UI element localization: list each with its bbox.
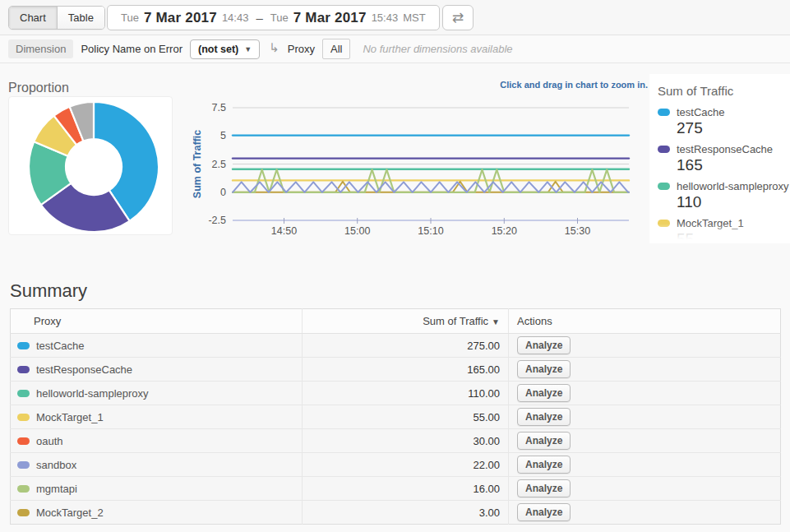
table-row: testCache 275.00 Analyze	[11, 334, 781, 358]
date-range-picker[interactable]: Tue 7 Mar 2017 14:43 – Tue 7 Mar 2017 15…	[107, 5, 440, 30]
tab-chart[interactable]: Chart	[9, 7, 57, 29]
traffic-value: 16.00	[303, 477, 509, 501]
traffic-value: 110.00	[303, 382, 509, 405]
traffic-value: 275.00	[303, 334, 509, 358]
series-color-swatch	[17, 390, 30, 397]
column-header-actions: Actions	[509, 309, 781, 334]
legend-item[interactable]: MockTarget_1 55	[658, 217, 790, 243]
dimension-label: Dimension	[8, 39, 73, 58]
y-tick-label: 2.5	[212, 159, 226, 170]
table-row: helloworld-sampleproxy 110.00 Analyze	[11, 382, 781, 405]
traffic-value: 3.00	[303, 501, 509, 525]
legend-item[interactable]: testResponseCache 165	[658, 143, 790, 174]
x-tick-label: 15:10	[418, 225, 443, 237]
analyze-button[interactable]: Analyze	[517, 503, 571, 521]
analyze-button[interactable]: Analyze	[517, 360, 571, 378]
analyze-button[interactable]: Analyze	[517, 479, 571, 497]
topbar: Chart Table Tue 7 Mar 2017 14:43 – Tue 7…	[0, 0, 790, 35]
proxy-name: testCache	[36, 340, 85, 352]
y-tick-label: 7.5	[212, 102, 226, 113]
series-name: testCache	[677, 106, 725, 118]
analyze-button[interactable]: Analyze	[517, 384, 571, 402]
table-row: testResponseCache 165.00 Analyze	[11, 358, 781, 382]
traffic-value: 30.00	[303, 429, 509, 453]
series-color-swatch	[17, 509, 30, 516]
proxy-name: helloworld-sampleproxy	[36, 387, 149, 400]
column-header-proxy[interactable]: Proxy	[11, 309, 303, 334]
tab-table[interactable]: Table	[57, 7, 104, 29]
table-row: MockTarget_1 55.00 Analyze	[11, 405, 781, 429]
view-toggle: Chart Table	[8, 6, 105, 30]
dimension-value-dropdown[interactable]: (not set) ▼	[190, 39, 260, 59]
proxy-name: MockTarget_2	[36, 507, 104, 519]
x-tick-label: 15:20	[492, 225, 517, 237]
date-separator: –	[253, 11, 265, 25]
series-value: 275	[677, 119, 790, 137]
start-date: 7 Mar 2017	[144, 10, 217, 26]
refresh-icon: ⇄	[452, 11, 464, 25]
proxy-name: sandbox	[36, 459, 76, 471]
drilldown-arrow-icon: ↳	[269, 40, 280, 55]
y-tick-label: -2.5	[208, 215, 226, 226]
proxy-name: oauth	[36, 435, 63, 447]
analyze-button[interactable]: Analyze	[517, 456, 571, 474]
proxy-name: mgmtapi	[36, 483, 77, 495]
series-name: helloworld-sampleproxy	[677, 180, 789, 192]
analyze-button[interactable]: Analyze	[517, 432, 571, 450]
y-tick-label: 0	[220, 187, 226, 198]
sort-desc-icon: ▼	[492, 317, 500, 326]
legend-item[interactable]: helloworld-sampleproxy 110	[658, 180, 790, 211]
traffic-value: 22.00	[303, 453, 509, 477]
end-time: 15:43	[372, 12, 399, 24]
table-row: mgmtapi 16.00 Analyze	[11, 477, 781, 501]
series-color-swatch	[658, 220, 670, 227]
series-color-swatch	[17, 437, 30, 445]
table-row: oauth 30.00 Analyze	[11, 429, 781, 453]
x-tick-label: 15:30	[565, 225, 590, 237]
timezone: MST	[403, 12, 425, 24]
series-color-swatch	[658, 109, 670, 116]
end-date: 7 Mar 2017	[293, 10, 367, 26]
series-color-swatch	[17, 414, 30, 421]
analyze-button[interactable]: Analyze	[517, 408, 571, 426]
start-day: Tue	[121, 12, 139, 24]
x-tick-label: 14:50	[271, 225, 297, 237]
series-value: 55	[677, 230, 790, 243]
series-line	[233, 182, 629, 192]
proxy-label: Proxy	[288, 43, 315, 55]
series-color-swatch	[17, 461, 30, 469]
y-axis-label: Sum of Traffic	[192, 130, 203, 198]
refresh-button[interactable]: ⇄	[442, 5, 474, 30]
traffic-line-chart[interactable]: 7.552.50-2.514:5015:0015:1015:2015:30Sum…	[189, 99, 637, 243]
end-day: Tue	[270, 12, 289, 24]
series-color-swatch	[17, 366, 30, 373]
series-name: testResponseCache	[677, 143, 773, 155]
column-header-traffic[interactable]: Sum of Traffic▼	[303, 309, 509, 334]
legend-title: Sum of Traffic	[658, 84, 790, 98]
proxy-name: MockTarget_1	[36, 411, 104, 423]
analyze-button[interactable]: Analyze	[517, 336, 571, 354]
proportion-title: Proportion	[8, 81, 69, 95]
y-tick-label: 5	[220, 130, 226, 141]
table-row: sandbox 22.00 Analyze	[11, 453, 781, 477]
table-row: MockTarget_2 3.00 Analyze	[11, 501, 781, 525]
zoom-hint: Click and drag in chart to zoom in.	[427, 80, 648, 90]
chevron-down-icon: ▼	[244, 45, 252, 53]
proportion-donut-chart[interactable]	[9, 97, 172, 234]
proxy-filter-button[interactable]: All	[322, 39, 350, 59]
table-header-row: Proxy Sum of Traffic▼ Actions	[11, 309, 781, 334]
x-tick-label: 15:00	[344, 225, 370, 237]
legend-panel: Sum of Traffic testCache 275 testRespons…	[649, 74, 790, 243]
legend-item[interactable]: testCache 275	[658, 106, 790, 137]
proportion-card	[8, 96, 173, 235]
proxy-name: testResponseCache	[36, 363, 132, 376]
traffic-value: 165.00	[303, 358, 509, 382]
dimension-bar: Dimension Policy Name on Error (not set)…	[0, 35, 790, 63]
series-value: 165	[677, 156, 790, 174]
start-time: 14:43	[222, 12, 249, 24]
dimension-value: (not set)	[198, 44, 238, 55]
series-color-swatch	[17, 342, 30, 349]
dimensions-note: No further dimensions available	[363, 43, 512, 55]
summary-title: Summary	[10, 280, 87, 302]
summary-table: Proxy Sum of Traffic▼ Actions testCache …	[10, 308, 781, 525]
